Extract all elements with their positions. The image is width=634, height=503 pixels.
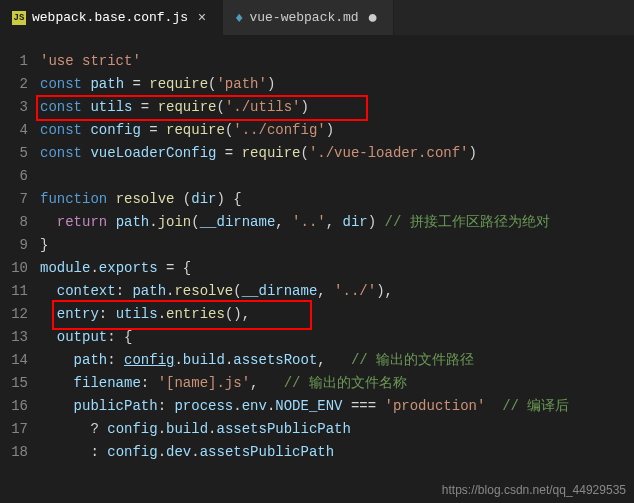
line-number: 3	[0, 96, 28, 119]
code-line: entry: utils.entries(),	[40, 303, 634, 326]
code-line: const vueLoaderConfig = require('./vue-l…	[40, 142, 634, 165]
line-number: 10	[0, 257, 28, 280]
editor-area[interactable]: 1 2 3 4 5 6 7 8 9 10 11 12 13 14 15 16 1…	[0, 35, 634, 464]
line-number: 12	[0, 303, 28, 326]
tab-vue-webpack-md[interactable]: ♦ vue-webpack.md ●	[223, 0, 394, 35]
line-number: 11	[0, 280, 28, 303]
line-number: 15	[0, 372, 28, 395]
code-line	[40, 165, 634, 188]
code-line: }	[40, 234, 634, 257]
code-line: ? config.build.assetsPublicPath	[40, 418, 634, 441]
line-number: 14	[0, 349, 28, 372]
js-icon: JS	[12, 11, 26, 25]
line-number: 9	[0, 234, 28, 257]
code-line: filename: '[name].js', // 输出的文件名称	[40, 372, 634, 395]
tab-bar: JS webpack.base.conf.js × ♦ vue-webpack.…	[0, 0, 634, 35]
tab-label: webpack.base.conf.js	[32, 10, 188, 25]
code-content[interactable]: 'use strict' const path = require('path'…	[40, 50, 634, 464]
code-line: return path.join(__dirname, '..', dir) /…	[40, 211, 634, 234]
line-number: 17	[0, 418, 28, 441]
code-line: : config.dev.assetsPublicPath	[40, 441, 634, 464]
code-line: const path = require('path')	[40, 73, 634, 96]
line-number: 2	[0, 73, 28, 96]
code-line: function resolve (dir) {	[40, 188, 634, 211]
line-number-gutter: 1 2 3 4 5 6 7 8 9 10 11 12 13 14 15 16 1…	[0, 50, 40, 464]
close-icon[interactable]: ×	[194, 10, 210, 26]
code-line: context: path.resolve(__dirname, '../'),	[40, 280, 634, 303]
line-number: 18	[0, 441, 28, 464]
line-number: 6	[0, 165, 28, 188]
line-number: 1	[0, 50, 28, 73]
code-line: 'use strict'	[40, 50, 634, 73]
line-number: 4	[0, 119, 28, 142]
code-line: path: config.build.assetsRoot, // 输出的文件路…	[40, 349, 634, 372]
line-number: 13	[0, 326, 28, 349]
tab-label: vue-webpack.md	[249, 10, 358, 25]
watermark-text: https://blog.csdn.net/qq_44929535	[442, 483, 626, 497]
line-number: 8	[0, 211, 28, 234]
code-line: const config = require('../config')	[40, 119, 634, 142]
tab-webpack-conf[interactable]: JS webpack.base.conf.js ×	[0, 0, 223, 35]
code-line: publicPath: process.env.NODE_ENV === 'pr…	[40, 395, 634, 418]
code-line: output: {	[40, 326, 634, 349]
code-line: const utils = require('./utils')	[40, 96, 634, 119]
line-number: 7	[0, 188, 28, 211]
line-number: 5	[0, 142, 28, 165]
markdown-icon: ♦	[235, 10, 243, 26]
line-number: 16	[0, 395, 28, 418]
modified-dot-icon[interactable]: ●	[365, 13, 381, 23]
code-line: module.exports = {	[40, 257, 634, 280]
